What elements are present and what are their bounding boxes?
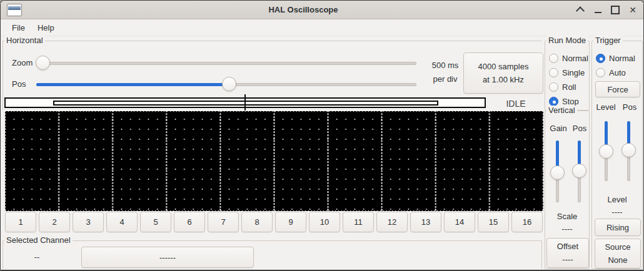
run-mode-option[interactable]: Single [545, 66, 589, 80]
trigger-level-slider-label: Level [593, 102, 618, 112]
channel-button[interactable]: 1 [5, 212, 36, 232]
slider-handle[interactable] [572, 164, 586, 178]
trigger-pos-slider[interactable] [621, 121, 636, 181]
run-mode-label: Run Mode [546, 36, 588, 46]
trigger-pos-slider-label: Pos [620, 102, 640, 112]
channel-button[interactable]: 7 [208, 212, 239, 232]
channel-button[interactable]: 8 [241, 212, 273, 232]
scale-caption: Scale [545, 212, 589, 221]
vertical-gain-slider[interactable] [550, 140, 565, 202]
slider-handle[interactable] [621, 143, 636, 157]
trigger-mode-options: NormalAuto [592, 51, 642, 80]
pos-slider-label: Pos [12, 79, 26, 89]
channel-button[interactable]: 14 [444, 212, 475, 232]
channel-button[interactable]: 13 [410, 212, 441, 232]
channel-button[interactable]: 10 [309, 212, 340, 232]
menu-item[interactable]: File [6, 21, 31, 35]
title-bar: HAL Oscilloscope ✕ [1, 1, 643, 19]
radio-icon [549, 54, 558, 63]
zoom-slider-label: Zoom [12, 58, 33, 67]
offset-button[interactable]: Offset ---- [546, 238, 589, 268]
trigger-level-slider[interactable] [599, 121, 613, 181]
channel-button[interactable]: 5 [140, 212, 171, 232]
minimize-button[interactable] [593, 6, 602, 14]
channel-button[interactable]: 15 [478, 212, 509, 232]
radio-icon [549, 97, 558, 106]
run-mode-section: Run Mode NormalSingleRollStop [545, 41, 590, 111]
window-title: HAL Oscilloscope [1, 1, 606, 19]
radio-icon [596, 54, 605, 63]
capture-status: IDLE [497, 99, 535, 109]
channel-button[interactable]: 2 [39, 212, 70, 232]
trigger-slope-button[interactable]: Rising [595, 219, 641, 236]
channel-button[interactable]: 6 [174, 212, 205, 232]
channel-button[interactable]: 3 [73, 212, 104, 232]
vertical-pos-slider-label: Pos [570, 124, 589, 133]
radio-icon [596, 68, 605, 77]
menu-bar: FileHelp [1, 20, 643, 36]
channel-button[interactable]: 9 [275, 212, 306, 232]
trigger-mode-option[interactable]: Normal [592, 51, 642, 66]
trigger-mode-option[interactable]: Auto [592, 66, 642, 80]
selected-channel-name-button[interactable]: ------ [81, 247, 254, 268]
shade-window-button[interactable] [576, 6, 585, 14]
channel-button[interactable]: 16 [511, 212, 543, 232]
channel-button[interactable]: 12 [376, 212, 408, 232]
radio-icon [549, 82, 558, 92]
slider-handle[interactable] [36, 56, 50, 70]
slider-handle[interactable] [599, 144, 613, 159]
record-view-region[interactable] [53, 101, 438, 106]
trigger-level-value: ---- [592, 207, 642, 217]
close-button[interactable]: ✕ [628, 6, 637, 14]
run-mode-options: NormalSingleRollStop [545, 51, 589, 109]
trigger-position-marker[interactable] [244, 94, 246, 111]
slider-handle[interactable] [222, 77, 236, 91]
selected-channel-number: -- [27, 252, 47, 262]
slider-track[interactable] [36, 62, 416, 65]
scope-display [5, 111, 543, 211]
horizontal-section-label: Horizontal [4, 36, 45, 46]
trigger-source-button[interactable]: Source None [595, 239, 641, 269]
vertical-label: Vertical [546, 106, 577, 116]
horizontal-zoom-slider[interactable] [36, 56, 416, 71]
run-mode-option[interactable]: Roll [545, 80, 589, 94]
selected-channel-label: Selected Channel [4, 235, 73, 245]
radio-icon [549, 68, 558, 77]
window-controls: ✕ [576, 1, 637, 19]
gain-slider-label: Gain [548, 124, 569, 133]
trigger-label: Trigger [593, 36, 623, 46]
run-mode-option[interactable]: Normal [545, 51, 589, 66]
samples-rate-button[interactable]: 4000 samples at 1.00 kHz [463, 52, 543, 94]
horizontal-pos-slider[interactable] [36, 77, 416, 92]
app-window: HAL Oscilloscope ✕ FileHelp Horizontal Z… [0, 0, 644, 271]
slider-handle[interactable] [550, 165, 565, 180]
channel-button[interactable]: 11 [343, 212, 374, 232]
selected-channel-section: Selected Channel -- ------ [3, 240, 542, 269]
slider-fill [36, 83, 229, 86]
maximize-button[interactable] [611, 6, 620, 14]
scale-value: ---- [545, 224, 589, 234]
vertical-pos-slider[interactable] [572, 140, 586, 202]
menu-item[interactable]: Help [31, 21, 61, 35]
horizontal-section: Horizontal Zoom Pos 500 ms per div 4000 … [3, 41, 542, 111]
trigger-section: Trigger NormalAuto Force Level Pos Level… [591, 41, 643, 269]
vertical-section: Vertical Gain Pos Scale ---- Offset ---- [545, 111, 590, 269]
time-per-div-readout: 500 ms per div [426, 59, 465, 86]
channel-button[interactable]: 4 [106, 212, 138, 232]
channel-button-row: 12345678910111213141516 [5, 212, 543, 232]
force-trigger-button[interactable]: Force [595, 81, 640, 97]
trigger-level-caption: Level [592, 195, 642, 204]
